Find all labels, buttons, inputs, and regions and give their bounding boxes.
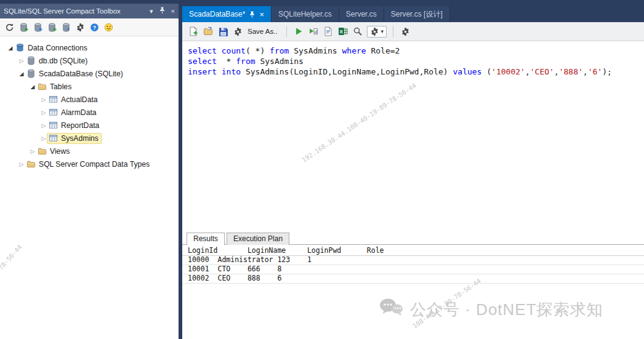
code-line-1: select count( *) from SysAdmins where Ro… [188,46,644,56]
results-header-row: LoginId LoginName LoginPwd Role [182,247,644,256]
chevron-down-icon: ▾ [381,28,384,34]
brand-watermark: 公众号 · DotNET探索求知 [379,298,603,322]
help-icon[interactable]: ? [89,22,99,32]
save-as-button-label[interactable]: Save As.. [248,28,278,35]
doc-tab-label: Server.cs [346,10,377,18]
pin-icon[interactable] [159,7,165,15]
tree-item-sql-server-compact-data-types[interactable]: ▷SQL Server Compact Data Types [0,158,179,170]
pin-icon[interactable] [249,11,255,18]
code-token: ( [481,67,491,76]
connections-icon [15,43,25,53]
folder-icon [37,146,47,156]
code-line-2: select * from SysAdmins [188,56,644,66]
tree-item-label: SysAdmins [61,134,99,143]
tree-item-db-db-sqlite[interactable]: ▷db.db (SQLite) [0,54,179,67]
expand-icon[interactable]: ▷ [39,122,48,129]
results-panel: Results Execution Plan LoginId LoginName… [182,230,644,339]
collapse-icon[interactable]: ◢ [17,71,26,77]
code-token: where [342,46,366,55]
tree-item-tables[interactable]: ◢Tables [0,80,179,93]
add-database-icon[interactable] [47,22,57,32]
tab-execution-plan[interactable]: Execution Plan [227,233,289,245]
code-token: insert [188,67,217,76]
main-area: ScadaDataBase*×SQLiteHelper.csServer.csS… [182,0,644,339]
ide-window: SQLite/SQL Server Compact Toolbox ▾ × ? … [0,0,644,339]
chat-bubbles-icon [379,298,404,322]
code-token [217,67,222,76]
code-token: select [188,46,217,55]
export-database-icon[interactable] [61,22,71,32]
tree-item-views[interactable]: ▷Views [0,145,179,158]
expand-icon[interactable]: ▷ [28,148,37,154]
settings-gear-icon[interactable] [75,22,85,32]
code-line-3: insert into SysAdmins(LoginID,LoginName,… [188,66,644,77]
expand-icon[interactable]: ▷ [39,110,48,116]
code-token: '6' [588,67,602,76]
brand-text: 公众号 · DotNET探索求知 [410,299,603,321]
window-menu-icon[interactable]: ▾ [150,7,153,15]
export-excel-button[interactable]: X [337,26,348,37]
collapse-icon[interactable]: ◢ [6,45,15,51]
search-icon[interactable] [352,26,363,37]
doc-tab-server-cs[interactable]: Server.cs [设计] [384,6,450,22]
code-token: , [554,67,559,76]
expand-icon[interactable]: ▷ [17,161,26,167]
tree-item-data-connections[interactable]: ◢Data Connections [0,41,179,54]
connections-tree[interactable]: 49-63-78-56-44 ◢Data Connections▷db.db (… [0,36,179,339]
collapse-icon[interactable]: ◢ [28,84,37,90]
tree-item-label: SQL Server Compact Data Types [39,160,150,169]
toolbar-separator [393,26,393,37]
code-token: , [525,67,530,76]
expand-icon[interactable]: ▷ [17,58,26,64]
results-row: 10000 Administrator 123 1 [182,256,644,265]
new-query-icon[interactable] [188,26,199,37]
results-row: 10002 CEO 888 6 [182,274,644,284]
folder-icon [37,82,47,92]
table-icon [48,95,58,105]
add-connection-icon[interactable] [18,22,28,32]
doc-tab-server-cs[interactable]: Server.cs [339,6,384,22]
execute-button[interactable] [293,26,304,37]
doc-tab-label: SQLiteHelper.cs [278,10,332,18]
code-token: '10002' [491,67,525,76]
watermark-tree: 49-63-78-56-44 [0,243,23,289]
tree-item-reportdata[interactable]: ▷ReportData [0,119,179,132]
script-icon[interactable] [323,26,334,37]
code-token: from [270,46,289,55]
expand-icon[interactable]: ▷ [39,97,48,103]
close-icon[interactable]: × [171,7,175,15]
refresh-icon[interactable] [4,22,14,32]
database-icon [26,56,36,66]
tree-item-label: Data Connections [28,44,87,52]
tab-results[interactable]: Results [187,233,225,245]
folder-icon [26,159,36,169]
selected-tree-item[interactable]: SysAdmins [47,133,102,144]
code-lines: select count( *) from SysAdmins where Ro… [188,46,644,77]
toolbox-titlebar[interactable]: SQLite/SQL Server Compact Toolbox ▾ × [0,4,179,18]
add-connection-from-scratch-icon[interactable] [33,22,42,32]
results-row-text: 10002 CEO 888 6 [182,274,644,283]
tree-item-scadadatabase-sqlite[interactable]: ◢ScadaDataBase (SQLite) [0,67,179,80]
save-button[interactable] [217,26,228,37]
results-row-text: 10000 Administrator 123 1 [182,256,644,265]
table-icon [48,121,58,130]
sql-editor[interactable]: select count( *) from SysAdmins where Ro… [182,41,644,230]
settings-gear-button[interactable] [400,26,411,37]
doc-tab-sqlitehelper-cs[interactable]: SQLiteHelper.cs [272,6,339,22]
tree-item-actualdata[interactable]: ▷ActualData [0,93,179,106]
code-token [241,67,246,76]
execute-plan-button[interactable] [308,26,319,37]
results-row: 10001 CTO 666 8 [182,265,644,274]
tree-item-label: AlarmData [61,108,97,117]
tree-item-alarmdata[interactable]: ▷AlarmData [0,106,179,119]
code-token: 'CEO' [530,67,554,76]
doc-tab-scadadatabase[interactable]: ScadaDataBase*× [182,6,272,22]
code-token: , [583,67,588,76]
open-file-icon[interactable] [203,26,214,37]
feedback-smiley-icon[interactable] [103,22,113,32]
options-dropdown[interactable]: ▾ [367,26,387,38]
tree-item-sysadmins[interactable]: ▷SysAdmins [0,132,179,145]
code-token: count [222,46,246,55]
save-as-button[interactable] [232,26,243,37]
close-icon[interactable]: × [259,10,264,18]
